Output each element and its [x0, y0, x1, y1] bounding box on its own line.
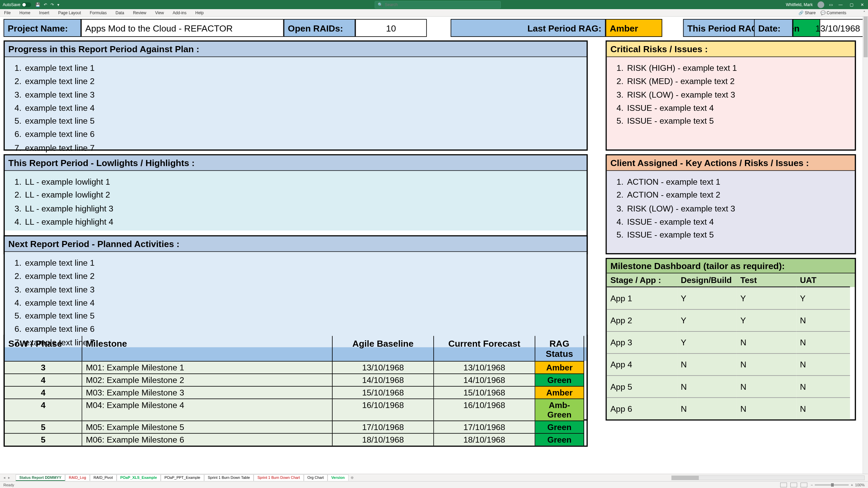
- ribbon-tab-page-layout[interactable]: Page Layout: [57, 10, 82, 16]
- date-value[interactable]: 13/10/1968: [793, 19, 864, 37]
- project-name-label[interactable]: Project Name:: [4, 19, 81, 37]
- tab-nav-first-icon[interactable]: ◂: [3, 475, 5, 480]
- list-item[interactable]: 2.ACTION - example text 2: [613, 189, 849, 201]
- progress-title[interactable]: Progress in this Report Period Against P…: [5, 42, 587, 57]
- table-row[interactable]: 4M04: Example Milestone 416/10/196816/10…: [5, 399, 587, 421]
- autosave-toggle[interactable]: [22, 2, 31, 7]
- undo-icon[interactable]: ↶: [44, 2, 47, 7]
- ribbon-tab-view[interactable]: View: [154, 10, 165, 16]
- list-item[interactable]: 3.example text line 3: [11, 88, 581, 101]
- list-item[interactable]: 1.RISK (HIGH) - example text 1: [613, 62, 849, 74]
- close-icon[interactable]: ✕: [859, 2, 865, 7]
- page-layout-view-icon[interactable]: [790, 483, 797, 487]
- horizontal-scrollbar[interactable]: [671, 475, 865, 480]
- project-name-value[interactable]: Apps Mod to the Cloud - REFACTOR: [81, 19, 284, 37]
- dash-title[interactable]: Milestone Dashboard (tailor as required)…: [607, 259, 855, 273]
- list-item[interactable]: 2.example text line 2: [11, 75, 581, 87]
- sheet-tab-raid-log[interactable]: RAID_Log: [65, 474, 90, 481]
- sheet-tab-status-report-ddmmyy[interactable]: Status Report DDMMYY: [16, 474, 65, 481]
- ribbon-tab-file[interactable]: File: [3, 10, 12, 16]
- worksheet[interactable]: Project Name: Apps Mod to the Cloud - RE…: [0, 17, 868, 447]
- risks-title[interactable]: Critical Risks / Issues :: [607, 42, 855, 57]
- list-item[interactable]: 7.example text line 7: [11, 142, 581, 154]
- tab-nav-last-icon[interactable]: ▸: [8, 475, 10, 480]
- collapse-ribbon-icon[interactable]: ˄: [863, 11, 865, 15]
- last-rag-label[interactable]: Last Period RAG:: [451, 19, 606, 37]
- table-row[interactable]: 4M02: Example Milestone 214/10/196814/10…: [5, 373, 587, 386]
- open-raids-label[interactable]: Open RAIDs:: [284, 19, 355, 37]
- zoom-out-icon[interactable]: −: [811, 483, 813, 487]
- sheet-tab-version[interactable]: Version: [328, 474, 349, 481]
- ribbon-tab-formulas[interactable]: Formulas: [88, 10, 108, 16]
- sheet-tab-sprint-1-burn-down-chart[interactable]: Sprint 1 Burn Down Chart: [254, 474, 303, 481]
- list-item[interactable]: 1.LL - example lowlight 1: [11, 176, 581, 188]
- sheet-tab-poap-ppt-example[interactable]: POaP_PPT_Example: [161, 474, 204, 481]
- mt-col-rag[interactable]: RAG Status: [535, 336, 584, 361]
- list-item[interactable]: 6.example text line 6: [11, 128, 581, 141]
- list-item[interactable]: 5.ISSUE - example text 5: [613, 115, 849, 127]
- dash-col-design[interactable]: Design/Build: [677, 273, 737, 287]
- dash-col-test[interactable]: Test: [737, 273, 796, 287]
- mt-col-baseline[interactable]: Agile Baseline: [333, 336, 434, 361]
- zoom-in-icon[interactable]: +: [851, 483, 853, 487]
- list-item[interactable]: 4.example text line 4: [11, 297, 581, 309]
- ribbon-tab-data[interactable]: Data: [114, 10, 125, 16]
- table-row[interactable]: 4M03: Example Milestone 315/10/196815/10…: [5, 386, 587, 399]
- list-item[interactable]: 3.LL - example highlight 3: [11, 202, 581, 215]
- mt-col-forecast[interactable]: Current Forecast: [434, 336, 535, 361]
- next-title[interactable]: Next Report Period - Planned Activities …: [5, 237, 587, 252]
- mt-col-sow[interactable]: SoW / Phase: [5, 336, 82, 361]
- list-item[interactable]: 4.LL - example highlight 4: [11, 216, 581, 228]
- table-row[interactable]: App 5NNN: [607, 375, 855, 397]
- list-item[interactable]: 3.RISK (LOW) - example text 3: [613, 88, 849, 101]
- user-name[interactable]: Whitfield, Mark: [786, 2, 813, 7]
- ribbon-tab-review[interactable]: Review: [132, 10, 147, 16]
- list-item[interactable]: 6.example text line 6: [11, 323, 581, 335]
- redo-icon[interactable]: ↷: [51, 2, 54, 7]
- page-break-view-icon[interactable]: [801, 483, 807, 487]
- list-item[interactable]: 2.RISK (MED) - example text 2: [613, 75, 849, 87]
- share-button[interactable]: 🔗 Share: [798, 11, 815, 15]
- sheet-tab-poap-xls-example[interactable]: POaP_XLS_Example: [117, 474, 161, 481]
- table-row[interactable]: 5M05: Example Milestone 517/10/196817/10…: [5, 421, 587, 433]
- open-raids-value[interactable]: 10: [355, 19, 427, 37]
- zoom-level[interactable]: 100%: [855, 483, 865, 487]
- sheet-tab-org-chart[interactable]: Org Chart: [304, 474, 328, 481]
- mt-col-milestone[interactable]: Milestone: [82, 336, 333, 361]
- search-input[interactable]: [385, 2, 498, 7]
- list-item[interactable]: 2.LL - example lowlight 2: [11, 189, 581, 201]
- list-item[interactable]: 4.example text line 4: [11, 102, 581, 114]
- ribbon-tab-insert[interactable]: Insert: [38, 10, 51, 16]
- ribbon-tab-home[interactable]: Home: [18, 10, 32, 16]
- list-item[interactable]: 4.ISSUE - example text 4: [613, 216, 849, 228]
- normal-view-icon[interactable]: [780, 483, 787, 487]
- dash-col-uat[interactable]: UAT: [796, 273, 850, 287]
- list-item[interactable]: 1.example text line 1: [11, 62, 581, 74]
- avatar[interactable]: [817, 1, 824, 8]
- ribbon-tab-help[interactable]: Help: [194, 10, 205, 16]
- dash-col-stage[interactable]: Stage / App :: [607, 273, 677, 287]
- list-item[interactable]: 1.example text line 1: [11, 257, 581, 269]
- add-sheet-icon[interactable]: ⊕: [351, 475, 354, 480]
- list-item[interactable]: 4.ISSUE - example text 4: [613, 102, 849, 114]
- date-label[interactable]: Date:: [754, 19, 793, 37]
- sheet-tab-sprint-1-burn-down-table[interactable]: Sprint 1 Burn Down Table: [204, 474, 254, 481]
- table-row[interactable]: App 6NNN: [607, 397, 855, 419]
- list-item[interactable]: 1.ACTION - example text 1: [613, 176, 849, 188]
- ribbon-mode-icon[interactable]: ▭: [829, 2, 833, 7]
- table-row[interactable]: App 1YYY: [607, 287, 855, 309]
- zoom-slider[interactable]: [815, 484, 849, 486]
- ribbon-tab-add-ins[interactable]: Add-ins: [171, 10, 188, 16]
- search-box[interactable]: 🔍: [375, 1, 501, 8]
- list-item[interactable]: 3.RISK (LOW) - example text 3: [613, 202, 849, 215]
- minimize-icon[interactable]: —: [837, 2, 844, 7]
- last-rag-value[interactable]: Amber: [606, 19, 662, 37]
- sheet-tab-raid-pivot[interactable]: RAID_Pivot: [90, 474, 117, 481]
- list-item[interactable]: 2.example text line 2: [11, 270, 581, 282]
- maximize-icon[interactable]: ▢: [848, 2, 854, 7]
- table-row[interactable]: 3M01: Example Milestone 113/10/196813/10…: [5, 361, 587, 373]
- list-item[interactable]: 5.example text line 5: [11, 115, 581, 127]
- table-row[interactable]: App 4NNN: [607, 353, 855, 375]
- list-item[interactable]: 5.ISSUE - example text 5: [613, 229, 849, 241]
- save-icon[interactable]: 💾: [35, 2, 40, 7]
